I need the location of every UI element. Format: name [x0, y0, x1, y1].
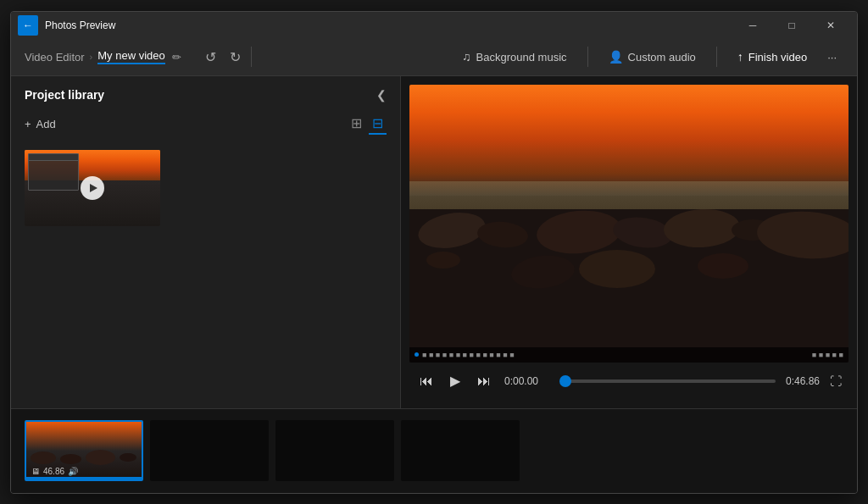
timeline-item[interactable] [150, 420, 269, 481]
breadcrumb: Video Editor › My new video [25, 49, 165, 64]
music-note-icon: ♫ [462, 50, 471, 64]
project-library-title: Project library [25, 88, 104, 102]
export-icon: ↑ [737, 50, 743, 64]
window-controls: ─ □ ✕ [733, 12, 850, 39]
finish-video-button[interactable]: ↑ Finish video [727, 45, 817, 69]
toolbar-undo-redo: ↺ ↻ [202, 46, 244, 69]
close-button[interactable]: ✕ [811, 12, 850, 39]
current-time: 0:00.00 [504, 375, 551, 387]
grid-view-button[interactable]: ⊞ [348, 114, 365, 135]
view-toggle: ⊞ ⊟ [348, 114, 387, 135]
breadcrumb-parent[interactable]: Video Editor [25, 51, 85, 64]
add-icon: + [25, 118, 31, 130]
timeline-item[interactable] [275, 420, 394, 481]
timeline-active-bar [26, 477, 142, 479]
add-media-button[interactable]: + Add [25, 114, 56, 134]
breadcrumb-separator: › [90, 52, 93, 62]
minimize-button[interactable]: ─ [733, 12, 772, 39]
collapse-panel-button[interactable]: ❮ [376, 88, 387, 102]
window-title: Photos Preview [45, 19, 733, 31]
timeline-item-thumb [150, 420, 269, 481]
progress-bar[interactable] [561, 379, 776, 383]
playback-controls: ⏮ ▶ ⏭ 0:00.00 0:46.86 ⛶ [409, 363, 849, 400]
timeline-duration: 46.86 [43, 467, 64, 476]
title-bar: ← Photos Preview ─ □ ✕ [11, 12, 857, 39]
video-preview: ■ ■ ■ ■ ■ ■ ■ ■ ■ ■ ■ ■ ■ ■ ■ ■ ■ ■ ■ [409, 85, 849, 363]
timeline-item-thumb [401, 420, 520, 481]
left-panel: Project library ❮ + Add ⊞ ⊟ [11, 76, 401, 408]
edit-title-icon[interactable]: ✏ [172, 51, 181, 64]
preview-sky [409, 85, 849, 196]
status-right: ■ ■ ■ ■ ■ [812, 351, 843, 359]
progress-thumb[interactable] [559, 375, 571, 387]
finish-video-label: Finish video [748, 51, 807, 64]
project-library-header: Project library ❮ [11, 76, 400, 110]
library-items [11, 143, 400, 233]
monitor-icon: 🖥 [31, 467, 40, 476]
timeline-item-thumb [275, 420, 394, 481]
background-music-label: Background music [476, 51, 567, 64]
timeline: 🖥 46.86 🔊 [11, 408, 857, 493]
toolbar-divider-3 [716, 47, 717, 67]
thumbnail-window-overlay [28, 153, 79, 191]
breadcrumb-current[interactable]: My new video [97, 49, 164, 64]
audio-icon: 🔊 [68, 467, 78, 476]
more-options-button[interactable]: ··· [821, 46, 843, 69]
library-item[interactable] [25, 150, 160, 226]
undo-button[interactable]: ↺ [202, 46, 220, 69]
custom-audio-label: Custom audio [628, 51, 696, 64]
timeline-item[interactable]: 🖥 46.86 🔊 [25, 420, 143, 481]
toolbar-right-actions: ♫ Background music 👤 Custom audio ↑ Fini… [452, 45, 843, 69]
status-dot [415, 352, 419, 357]
toolbar-divider [251, 47, 252, 67]
list-view-button[interactable]: ⊟ [369, 114, 387, 135]
add-label: Add [36, 118, 56, 130]
main-content: Project library ❮ + Add ⊞ ⊟ [11, 76, 857, 408]
library-toolbar: + Add ⊞ ⊟ [11, 110, 400, 143]
app-window: ← Photos Preview ─ □ ✕ Video Editor › My… [10, 11, 858, 494]
play-button[interactable]: ▶ [447, 369, 464, 392]
total-time: 0:46.86 [786, 375, 820, 387]
maximize-button[interactable]: □ [772, 12, 811, 39]
back-icon: ← [23, 19, 33, 31]
fullscreen-button[interactable]: ⛶ [830, 374, 842, 388]
redo-button[interactable]: ↻ [226, 46, 244, 69]
fast-forward-button[interactable]: ⏭ [474, 370, 494, 392]
rewind-button[interactable]: ⏮ [416, 370, 437, 392]
status-text: ■ ■ ■ ■ ■ ■ ■ ■ ■ ■ ■ ■ ■ ■ [422, 351, 515, 359]
preview-background: ■ ■ ■ ■ ■ ■ ■ ■ ■ ■ ■ ■ ■ ■ ■ ■ ■ ■ ■ [409, 85, 849, 363]
play-overlay-button[interactable] [81, 176, 104, 200]
more-icon: ··· [827, 51, 837, 64]
preview-rocks [409, 209, 849, 362]
toolbar: Video Editor › My new video ✏ ↺ ↻ ♫ Back… [11, 39, 857, 76]
background-music-button[interactable]: ♫ Background music [452, 45, 576, 69]
custom-audio-button[interactable]: 👤 Custom audio [598, 45, 706, 69]
toolbar-divider-2 [587, 47, 588, 67]
back-button[interactable]: ← [18, 15, 38, 36]
custom-audio-icon: 👤 [609, 50, 623, 64]
timeline-item[interactable] [401, 420, 520, 481]
right-panel: ■ ■ ■ ■ ■ ■ ■ ■ ■ ■ ■ ■ ■ ■ ■ ■ ■ ■ ■ ⏮ … [401, 76, 857, 408]
preview-status-bar: ■ ■ ■ ■ ■ ■ ■ ■ ■ ■ ■ ■ ■ ■ ■ ■ ■ ■ ■ [409, 347, 849, 363]
timeline-item-label: 🖥 46.86 🔊 [31, 467, 78, 476]
